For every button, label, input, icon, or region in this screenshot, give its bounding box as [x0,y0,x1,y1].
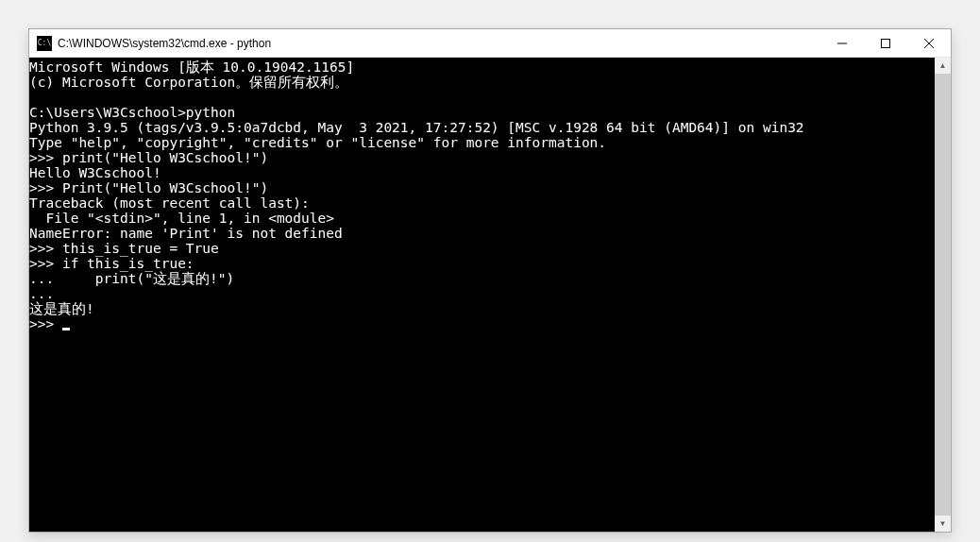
window-title: C:\WINDOWS\system32\cmd.exe - python [58,37,820,50]
cmd-window: C:\ C:\WINDOWS\system32\cmd.exe - python… [28,28,952,533]
close-button[interactable] [907,29,951,57]
scroll-thumb[interactable] [935,74,951,516]
terminal-cursor [62,328,70,330]
minimize-button[interactable] [820,29,864,57]
maximize-button[interactable] [864,29,907,57]
maximize-icon [881,39,890,48]
vertical-scrollbar[interactable]: ▲ ▼ [935,58,951,532]
terminal-output[interactable]: Microsoft Windows [版本 10.0.19042.1165] (… [29,58,935,532]
cmd-icon: C:\ [37,36,52,51]
minimize-icon [837,39,847,48]
scroll-track[interactable] [935,74,951,516]
window-controls [820,29,951,57]
svg-rect-1 [882,39,890,47]
terminal-area: Microsoft Windows [版本 10.0.19042.1165] (… [29,58,951,532]
titlebar[interactable]: C:\ C:\WINDOWS\system32\cmd.exe - python [29,29,951,58]
close-icon [924,39,934,48]
scroll-down-arrow[interactable]: ▼ [935,516,951,532]
scroll-up-arrow[interactable]: ▲ [935,58,951,74]
